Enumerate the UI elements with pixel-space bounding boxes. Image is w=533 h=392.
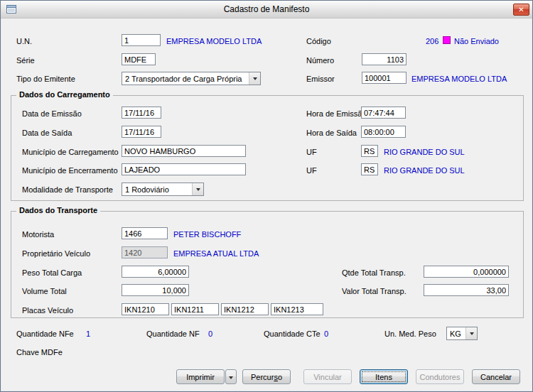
placa-1-input[interactable]	[122, 303, 169, 315]
qtd-nf-label: Quantidade NF	[146, 330, 200, 338]
placa-4-input[interactable]	[271, 303, 323, 315]
un-med-peso-select[interactable]: KG	[446, 327, 478, 340]
status-square-icon	[443, 36, 451, 44]
tipo-emitente-label: Tipo do Emitente	[16, 75, 75, 83]
proprietario-input	[122, 246, 168, 258]
imprimir-dropdown-button[interactable]	[225, 369, 237, 384]
peso-total-label: Peso Total Carga	[22, 268, 82, 277]
tipo-emitente-value: 2 Transportador de Carga Própria	[125, 75, 242, 83]
peso-total-input[interactable]	[122, 266, 189, 278]
un-label: U.N.	[16, 37, 32, 45]
serie-label: Série	[16, 56, 35, 65]
transporte-group-title: Dados do Transporte	[16, 206, 100, 214]
qtde-total-input[interactable]	[424, 266, 509, 278]
un-name-text: EMPRESA MODELO LTDA	[166, 37, 262, 45]
percurso-button[interactable]: Percurso	[242, 369, 291, 384]
codigo-value: 206	[426, 37, 438, 45]
numero-input[interactable]	[362, 53, 407, 65]
emissor-label: Emissor	[306, 75, 335, 83]
municipio-encerramento-input[interactable]	[122, 163, 246, 175]
motorista-label: Motorista	[22, 230, 54, 239]
motorista-input[interactable]	[122, 227, 168, 239]
transporte-group: Dados do Transporte	[11, 211, 524, 318]
modalidade-label: Modalidade de Transporte	[22, 185, 113, 194]
hora-emissao-label: Hora de Emissão	[306, 109, 366, 118]
chevron-down-icon	[249, 72, 260, 85]
imprimir-button[interactable]: Imprimir	[176, 369, 225, 384]
uf-carregamento-name-text: RIO GRANDE DO SUL	[384, 148, 465, 156]
chevron-down-icon	[192, 183, 203, 195]
municipio-encerramento-label: Município de Encerramento	[22, 166, 118, 175]
hora-emissao-input[interactable]	[361, 107, 406, 119]
status-text: Não Enviado	[454, 37, 499, 45]
un-med-peso-label: Un. Med. Peso	[384, 330, 436, 338]
un-med-peso-value: KG	[450, 330, 461, 338]
emissor-name-text: EMPRESA MODELO LTDA	[411, 75, 507, 83]
manifesto-dialog: Cadastro de Manifesto ✕ U.N. EMPRESA MOD…	[0, 0, 533, 392]
window-title: Cadastro de Manifesto	[1, 4, 532, 14]
qtd-nfe-value: 1	[86, 330, 90, 338]
qtde-total-label: Qtde Total Transp.	[342, 268, 406, 277]
carregamento-group-title: Dados do Carregamento	[16, 90, 113, 99]
button-label: o	[278, 373, 282, 381]
cancelar-button[interactable]: Cancelar	[472, 369, 520, 384]
tipo-emitente-select[interactable]: 2 Transportador de Carga Própria	[122, 72, 261, 85]
hora-saida-input[interactable]	[361, 126, 406, 138]
uf-carregamento-input[interactable]	[361, 145, 378, 157]
data-saida-input[interactable]	[122, 126, 161, 138]
itens-button[interactable]: Itens	[360, 369, 408, 384]
data-saida-label: Data de Saída	[22, 129, 72, 137]
uf-encerramento-name-text: RIO GRANDE DO SUL	[384, 166, 465, 175]
serie-input[interactable]	[122, 53, 156, 65]
un-input[interactable]	[122, 34, 161, 46]
data-emissao-input[interactable]	[122, 107, 161, 119]
modalidade-value: 1 Rodoviário	[125, 185, 169, 194]
hora-saida-label: Hora de Saída	[306, 129, 357, 137]
motorista-name-text: PETER BISCHOFF	[173, 230, 241, 239]
vincular-button: Vincular	[303, 369, 352, 384]
dropdown-arrow-icon	[229, 376, 233, 379]
municipio-carregamento-label: Município de Carregamento	[22, 148, 119, 156]
placa-3-input[interactable]	[221, 303, 269, 315]
chave-mdfe-label: Chave MDFe	[16, 348, 63, 356]
qtd-cte-value: 0	[324, 330, 328, 338]
data-emissao-label: Data de Emissão	[22, 109, 82, 118]
placa-2-input[interactable]	[171, 303, 219, 315]
modalidade-select[interactable]: 1 Rodoviário	[122, 183, 204, 196]
municipio-carregamento-input[interactable]	[122, 145, 246, 157]
proprietario-label: Proprietário Veículo	[22, 249, 90, 258]
button-label: Percur	[251, 373, 274, 381]
volume-total-label: Volume Total	[22, 287, 67, 295]
uf-carregamento-label: UF	[306, 148, 317, 156]
qtd-cte-label: Quantidade CTe	[264, 330, 321, 338]
uf-encerramento-input[interactable]	[361, 163, 378, 175]
emissor-input[interactable]	[362, 72, 407, 84]
qtd-nfe-label: Quantidade NFe	[16, 330, 74, 338]
chevron-down-icon	[465, 327, 477, 339]
condutores-button: Condutores	[416, 369, 464, 384]
proprietario-name-text: EMPRESA ATUAL LTDA	[173, 249, 259, 258]
volume-total-input[interactable]	[122, 284, 189, 296]
valor-total-input[interactable]	[424, 284, 509, 296]
codigo-label: Código	[306, 37, 331, 45]
valor-total-label: Valor Total Transp.	[342, 287, 407, 295]
numero-label: Número	[306, 56, 334, 65]
placas-label: Placas Veículo	[22, 306, 73, 315]
close-button[interactable]: ✕	[513, 4, 529, 16]
qtd-nf-value: 0	[208, 330, 212, 338]
close-icon: ✕	[518, 6, 524, 13]
title-bar[interactable]: Cadastro de Manifesto ✕	[1, 1, 532, 18]
uf-encerramento-label: UF	[306, 166, 317, 175]
